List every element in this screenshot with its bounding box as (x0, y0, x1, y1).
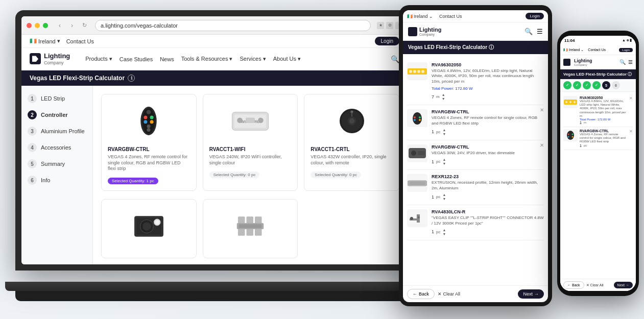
tablet-login-button[interactable]: Login (526, 13, 544, 19)
svg-rect-31 (239, 224, 262, 228)
step-1-led-strip[interactable]: 1 LED Strip (28, 94, 86, 103)
product-card-3[interactable]: RVACCT1-CRTL VEGAS 432W controller, IP20… (304, 94, 399, 191)
phone-screen: 11:04 ▲ ⌾ ▮ 🇮🇪 Ireland ⌄ Contact Us Logi… (560, 36, 636, 291)
svg-point-7 (147, 125, 151, 128)
browser-addressbar[interactable]: a.lighting.com/vegas-calculator (95, 20, 371, 31)
svg-point-56 (568, 133, 569, 135)
search-icon[interactable]: 🔍 (391, 55, 399, 63)
tablet-clear-button[interactable]: ✕ Clear All (438, 291, 460, 297)
svg-point-12 (237, 117, 243, 123)
close-product-1[interactable]: ✕ (540, 107, 544, 113)
tablet-ireland-selector[interactable]: 🇮🇪 Ireland ⌄ (407, 14, 433, 19)
svg-point-39 (419, 116, 421, 118)
nav-tools[interactable]: Tools & Resources ▾ (181, 56, 233, 62)
phone-prod-img-0 (563, 96, 578, 108)
phone-ireland-selector[interactable]: 🇮🇪 Ireland ⌄ (563, 48, 584, 52)
close-product-2[interactable]: ✕ (540, 142, 544, 148)
phone-menu-icon[interactable]: ☰ (628, 59, 633, 65)
product-card-4[interactable] (101, 199, 197, 258)
phone-clear-label: Clear All (590, 283, 604, 287)
phone-back-button[interactable]: ← Back (563, 281, 584, 289)
phone-close-0[interactable]: ✕ (629, 96, 633, 101)
phone-next-arrow: → (626, 283, 629, 287)
browser-dot-minimize[interactable] (35, 23, 40, 28)
nav-services[interactable]: Services ▾ (240, 56, 266, 62)
tablet-back-button[interactable]: ← Back (407, 289, 435, 299)
svg-point-49 (410, 217, 413, 220)
tablet-prod-qty-4: 1 pc ▲ ▼ (432, 228, 544, 236)
step-2-num: 2 (28, 110, 37, 119)
phone-prod-qty-1: 1 pc (580, 144, 627, 148)
product-1-desc: VEGAS 4 Zones, RF remote control for sin… (108, 154, 190, 172)
phone-step-2[interactable]: ✓ (573, 81, 581, 89)
qty-stepper-2[interactable]: ▲ ▼ (442, 158, 446, 165)
tablet-next-button[interactable]: Next → (518, 289, 544, 299)
qty-stepper-4[interactable]: ▲ ▼ (442, 228, 446, 236)
browser-dot-fullscreen[interactable] (43, 23, 48, 28)
nav-news[interactable]: News (160, 56, 174, 62)
tablet-ireland-label: Ireland ⌄ (414, 14, 433, 19)
tablet-body: 🇮🇪 Ireland ⌄ Contact Us Login Lighting C… (399, 5, 552, 306)
product-card-2[interactable]: WIFI CTRL RVACCT1-WIFI VEGAS 240W, IP20 … (203, 94, 298, 191)
step-3-num: 3 (28, 127, 37, 136)
phone-step-4[interactable]: ✓ (592, 81, 601, 89)
browser-refresh-button[interactable]: ↻ (80, 21, 89, 30)
browser-back-button[interactable]: ‹ (55, 21, 64, 30)
connector-lstrip-icon (408, 211, 427, 226)
qty-stepper-0[interactable]: ▲ ▼ (442, 93, 445, 101)
phone-contact-link[interactable]: Contact Us (588, 48, 606, 52)
tablet-prod-desc-1: VEGAS 4 Zones, RF remote control for sin… (432, 115, 544, 126)
phone-prod-desc-0: VEGAS 4.8W/m, 12V, 60LED/m, LED strip li… (580, 100, 627, 118)
tablet-menu-icon[interactable]: ☰ (537, 28, 543, 35)
phone-step-5[interactable]: 5 (602, 81, 610, 89)
info-icon[interactable]: ℹ (128, 75, 135, 82)
nav-case-studies[interactable]: Case Studies (120, 56, 153, 62)
phone-search-icon[interactable]: 🔍 (619, 59, 626, 65)
phone-step-3[interactable]: ✓ (583, 81, 591, 89)
extrusion-icon (408, 176, 427, 190)
nav-about[interactable]: About Us ▾ (273, 56, 301, 62)
step-6-num: 6 (28, 176, 37, 185)
login-button[interactable]: Login (375, 37, 399, 45)
step-4-num: 4 (28, 143, 37, 152)
phone-step-1[interactable]: ✓ (563, 81, 571, 89)
dial-controller-icon (337, 106, 367, 136)
browser-dot-close[interactable] (27, 23, 32, 28)
site-logo: Lighting Company (30, 53, 70, 65)
phone-status-bar: 11:04 ▲ ⌾ ▮ (560, 36, 636, 45)
tablet-search-icon[interactable]: 🔍 (524, 28, 533, 35)
phone-prod-info-1: RVARGBW-CTRL VEGAS 4 Zones, RF remote co… (580, 129, 627, 148)
ireland-selector[interactable]: 🇮🇪 Ireland ▾ (30, 38, 60, 44)
tablet-calc-title: Vegas LED Flexi-Strip Calculator ⓘ (408, 44, 494, 50)
connector-icon (235, 213, 266, 239)
step-5-num: 5 (28, 159, 37, 168)
tablet-logo-text-block: Lighting Company (419, 27, 441, 36)
qty-stepper-3[interactable]: ▲ ▼ (442, 193, 446, 201)
contact-link[interactable]: Contact Us (66, 38, 94, 44)
tablet-contact-link[interactable]: Contact Us (439, 14, 462, 19)
phone-close-1[interactable]: ✕ (629, 129, 633, 134)
phone-step-6[interactable]: 6 (612, 81, 620, 89)
nav-products[interactable]: Products ▾ (85, 56, 112, 62)
svg-point-53 (569, 101, 571, 103)
phone-login-button[interactable]: Login (619, 48, 633, 52)
product-1-image (108, 101, 190, 141)
product-card-5[interactable] (203, 199, 298, 258)
step-3-profile[interactable]: 3 Aluminium Profile (28, 127, 86, 136)
product-card-1[interactable]: RVARGBW-CTRL VEGAS 4 Zones, RF remote co… (101, 94, 197, 191)
phone-back-label: Back (572, 283, 580, 287)
phone-next-button[interactable]: Next → (614, 282, 633, 288)
step-5-label: Summary (41, 161, 65, 167)
tablet-prod-sku-2: RVARGBW-CTRL (432, 144, 544, 150)
svg-rect-14 (246, 117, 255, 123)
browser-forward-button[interactable]: › (67, 21, 77, 30)
phone-status-icons: ▲ ⌾ ▮ (622, 38, 632, 42)
step-5-summary[interactable]: 5 Summary (28, 159, 86, 168)
step-2-controller[interactable]: 2 Controller (28, 110, 86, 119)
svg-rect-46 (410, 181, 425, 185)
phone-prod-row-0: RVA96302050 VEGAS 4.8W/m, 12V, 60LED/m, … (563, 94, 633, 127)
qty-stepper-1[interactable]: ▲ ▼ (442, 128, 446, 136)
phone-clear-button[interactable]: ✕ Clear All (586, 283, 604, 287)
step-4-accessories[interactable]: 4 Accessories (28, 143, 86, 152)
step-6-info[interactable]: 6 Info (28, 176, 86, 185)
